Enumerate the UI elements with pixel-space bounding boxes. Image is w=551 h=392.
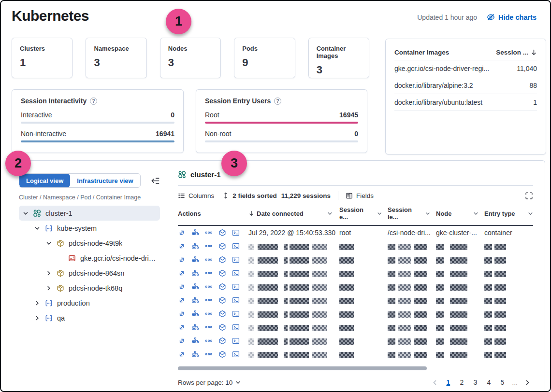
tree-item-gke-gcr-io-csi-node-driv-[interactable]: gke.gcr.io/csi-node-driv...	[19, 251, 160, 266]
logical-view-button[interactable]: Logical view	[19, 174, 70, 187]
terminal-icon[interactable]	[232, 269, 240, 277]
expand-icon[interactable]	[178, 337, 186, 345]
next-page-button[interactable]	[522, 377, 533, 388]
previous-page-button[interactable]	[429, 377, 440, 388]
horizontal-scrollbar[interactable]	[178, 366, 427, 370]
process-tree-icon[interactable]	[191, 242, 199, 250]
expand-icon[interactable]	[178, 283, 186, 291]
tree-expander[interactable]	[46, 270, 52, 276]
column-header-entry-type[interactable]: Entry type	[484, 210, 533, 217]
process-tree-icon[interactable]	[191, 323, 199, 331]
alerts-icon[interactable]	[218, 337, 226, 345]
terminal-icon[interactable]	[232, 229, 240, 237]
process-tree-icon[interactable]	[191, 269, 199, 277]
alerts-icon[interactable]	[218, 350, 226, 358]
session-row-redacted[interactable]	[178, 253, 533, 266]
session-row-redacted[interactable]	[178, 348, 533, 361]
session-count-sort[interactable]: Session ...	[496, 49, 537, 56]
tree-expander[interactable]	[23, 210, 29, 216]
chevron-down-icon[interactable]	[377, 211, 382, 216]
session-row-redacted[interactable]	[178, 321, 533, 334]
chevron-down-icon[interactable]	[473, 211, 478, 216]
more-actions-icon[interactable]	[205, 269, 213, 277]
page-3-button[interactable]: 3	[469, 377, 481, 388]
tree-item-pdcsi-node-tk68q[interactable]: pdcsi-node-tk68q	[19, 280, 160, 295]
terminal-icon[interactable]	[232, 337, 240, 345]
tree-item-cluster-1[interactable]: cluster-1	[19, 206, 160, 221]
tree-item-pdcsi-node-49t9k[interactable]: pdcsi-node-49t9k	[19, 236, 160, 251]
session-row[interactable]: Jul 29, 2022 @ 15:40:53.330 root /csi-no…	[178, 226, 533, 239]
collapse-tree-button[interactable]	[151, 176, 160, 185]
fullscreen-button[interactable]	[525, 192, 533, 200]
more-actions-icon[interactable]	[205, 256, 213, 264]
process-tree-icon[interactable]	[191, 337, 199, 345]
expand-icon[interactable]	[178, 256, 186, 264]
process-tree-icon[interactable]	[191, 229, 199, 237]
more-actions-icon[interactable]	[205, 283, 213, 291]
terminal-icon[interactable]	[232, 296, 240, 304]
tree-expander[interactable]	[34, 300, 40, 306]
tree-item-qa[interactable]: qa	[19, 310, 160, 325]
session-row-redacted[interactable]	[178, 334, 533, 348]
sort-fields-button[interactable]: 2 fields sorted	[222, 192, 277, 199]
terminal-icon[interactable]	[232, 283, 240, 291]
expand-icon[interactable]	[178, 296, 186, 304]
alerts-icon[interactable]	[218, 296, 226, 304]
session-row-redacted[interactable]	[178, 266, 533, 280]
session-row-redacted[interactable]	[178, 239, 533, 253]
alerts-icon[interactable]	[218, 323, 226, 331]
more-actions-icon[interactable]	[205, 296, 213, 304]
terminal-icon[interactable]	[232, 256, 240, 264]
chevron-down-icon[interactable]	[528, 211, 533, 216]
expand-icon[interactable]	[178, 242, 186, 250]
help-icon[interactable]	[90, 98, 97, 105]
columns-button[interactable]: Columns	[178, 192, 214, 199]
process-tree-icon[interactable]	[191, 256, 199, 264]
process-tree-icon[interactable]	[191, 350, 199, 358]
more-actions-icon[interactable]	[205, 242, 213, 250]
terminal-icon[interactable]	[232, 310, 240, 318]
column-header-node[interactable]: Node	[436, 210, 484, 217]
tree-expander[interactable]	[34, 315, 40, 321]
expand-icon[interactable]	[178, 323, 186, 331]
page-2-button[interactable]: 2	[456, 377, 467, 388]
tree-expander[interactable]	[46, 285, 52, 291]
alerts-icon[interactable]	[218, 310, 226, 318]
hide-charts-button[interactable]: Hide charts	[487, 13, 536, 21]
fields-button[interactable]: Fields	[346, 192, 374, 199]
more-actions-icon[interactable]	[205, 337, 213, 345]
process-tree-icon[interactable]	[191, 283, 199, 291]
chevron-down-icon[interactable]	[425, 211, 430, 216]
tree-expander[interactable]	[34, 225, 40, 231]
help-icon[interactable]	[274, 98, 281, 105]
expand-icon[interactable]	[178, 269, 186, 277]
column-header-session-leader[interactable]: Session le...	[388, 206, 436, 221]
page-5-button[interactable]: 5	[496, 377, 508, 388]
container-image-row[interactable]: docker.io/library/alpine:3.2 88	[394, 77, 537, 94]
session-row-redacted[interactable]	[178, 307, 533, 321]
tree-item-kube-system[interactable]: kube-system	[19, 221, 160, 236]
infrastructure-view-button[interactable]: Infrastructure view	[70, 174, 140, 187]
more-actions-icon[interactable]	[205, 310, 213, 318]
expand-icon[interactable]	[178, 310, 186, 318]
column-header-date-connected[interactable]: Date connected	[248, 210, 339, 217]
process-tree-icon[interactable]	[191, 296, 199, 304]
alerts-icon[interactable]	[218, 269, 226, 277]
alerts-icon[interactable]	[218, 229, 226, 237]
container-image-row[interactable]: docker.io/library/ubuntu:latest 1	[394, 94, 537, 111]
more-actions-icon[interactable]	[205, 229, 213, 237]
page-1-button[interactable]: 1	[442, 377, 454, 388]
alerts-icon[interactable]	[218, 242, 226, 250]
page-4-button[interactable]: 4	[483, 377, 494, 388]
session-row-redacted[interactable]	[178, 280, 533, 294]
alerts-icon[interactable]	[218, 256, 226, 264]
container-image-row[interactable]: gke.gcr.io/csi-node-driver-regi... 11,04…	[394, 60, 537, 77]
column-header-session-entry[interactable]: Session e...	[339, 206, 388, 221]
more-actions-icon[interactable]	[205, 323, 213, 331]
expand-icon[interactable]	[178, 229, 186, 237]
expand-icon[interactable]	[178, 350, 186, 358]
tree-expander[interactable]	[46, 240, 52, 246]
tree-item-production[interactable]: production	[19, 295, 160, 310]
more-actions-icon[interactable]	[205, 350, 213, 358]
process-tree-icon[interactable]	[191, 310, 199, 318]
